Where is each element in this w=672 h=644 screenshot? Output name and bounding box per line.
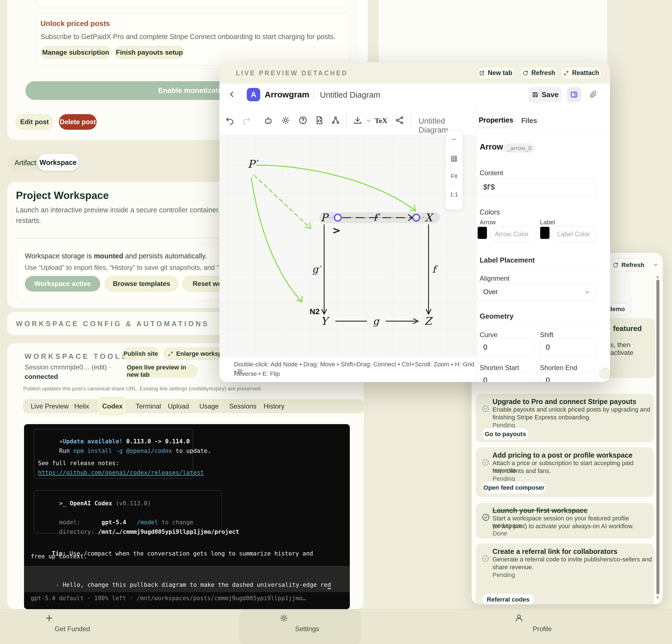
edge-label-g-prime[interactable]: g′ bbox=[312, 264, 323, 275]
tasks-refresh-button[interactable]: Refresh bbox=[609, 258, 648, 271]
save-button[interactable]: Save bbox=[528, 87, 562, 102]
node-n2[interactable]: N2 bbox=[310, 307, 320, 316]
undo-icon[interactable] bbox=[225, 116, 235, 125]
app-root: Unlock priced posts Subscribe to GetPaid… bbox=[0, 0, 672, 644]
edge-label-g[interactable]: g bbox=[373, 316, 380, 327]
grid-toggle-icon[interactable] bbox=[450, 155, 458, 163]
edge-f[interactable] bbox=[426, 224, 431, 314]
robot-icon[interactable] bbox=[264, 116, 273, 125]
share-icon[interactable] bbox=[395, 116, 404, 125]
chevron-down-icon[interactable] bbox=[366, 118, 372, 124]
check-circle-icon bbox=[482, 405, 489, 413]
tip-line-2: free up context. bbox=[31, 553, 87, 560]
edit-post-button[interactable]: Edit post bbox=[16, 114, 53, 130]
notes-url[interactable]: https://github.com/openai/codex/releases… bbox=[38, 469, 204, 476]
zoom-out-button[interactable]: – bbox=[445, 134, 463, 143]
delete-post-button[interactable]: Delete post bbox=[59, 114, 97, 130]
green-dashed-edge-universal[interactable] bbox=[254, 175, 313, 230]
shorten-start-input[interactable] bbox=[477, 371, 534, 382]
directory-label: directory: bbox=[59, 528, 94, 535]
tab-terminal[interactable]: Terminal bbox=[136, 402, 161, 410]
tasks-scroll-down[interactable]: ▼ bbox=[656, 595, 659, 600]
go-to-payouts-button[interactable]: Go to payouts bbox=[482, 428, 529, 440]
referral-codes-button[interactable]: Referral codes bbox=[482, 593, 535, 604]
terminal[interactable]: ✶Update available! 0.113.0 -> 0.114.0 Ru… bbox=[24, 424, 350, 609]
content-input[interactable] bbox=[477, 178, 596, 196]
tab-history[interactable]: History bbox=[264, 402, 285, 410]
alignment-select[interactable]: Over bbox=[477, 283, 597, 301]
tab-codex[interactable]: Codex bbox=[102, 402, 122, 410]
finish-payouts-button[interactable]: Finish payouts setup bbox=[115, 46, 184, 59]
green-edge-pprime-y[interactable] bbox=[251, 178, 304, 304]
node-p-prime[interactable]: P′ bbox=[248, 158, 259, 170]
open-feed-composer-button[interactable]: Open feed composer bbox=[482, 481, 546, 494]
help-icon[interactable] bbox=[298, 116, 308, 125]
tab-live-preview[interactable]: Live Preview bbox=[31, 402, 69, 410]
tab-helix[interactable]: Helix bbox=[74, 402, 89, 410]
tab-artifact[interactable]: Artifact bbox=[14, 159, 36, 167]
modal-refresh-button[interactable]: Refresh bbox=[520, 66, 557, 80]
download-icon[interactable] bbox=[353, 116, 362, 125]
edge-label-f[interactable]: f bbox=[432, 264, 438, 275]
tasks-scrollbar[interactable] bbox=[656, 280, 659, 594]
redo-icon[interactable] bbox=[242, 116, 251, 125]
shift-input[interactable] bbox=[540, 338, 597, 356]
notes-label: See full release notes: bbox=[38, 460, 119, 466]
codex-header: >_ OpenAI Codex (v0.113.0) bbox=[38, 493, 151, 513]
file-code-icon[interactable] bbox=[315, 116, 324, 125]
zoom-fit-button[interactable]: Fit bbox=[445, 173, 463, 179]
edge-handle-start[interactable] bbox=[335, 214, 341, 221]
storage-suffix: and persists automatically. bbox=[123, 252, 207, 260]
tab-usage[interactable]: Usage bbox=[199, 402, 219, 410]
nav-settings[interactable]: Settings bbox=[279, 613, 335, 633]
enlarge-workspace-button[interactable]: Enlarge worksp bbox=[163, 348, 226, 360]
arrow-color-swatch[interactable] bbox=[477, 227, 487, 239]
alignment-label: Alignment bbox=[480, 275, 509, 282]
zoom-100-button[interactable]: 1:1 bbox=[445, 191, 463, 198]
tab-workspace[interactable]: Workspace bbox=[37, 154, 79, 171]
gear-icon[interactable] bbox=[281, 116, 290, 125]
node-z[interactable]: Z bbox=[424, 315, 433, 327]
attachment-icon[interactable] bbox=[589, 90, 598, 99]
nav-profile[interactable]: Profile bbox=[514, 613, 570, 633]
tex-button[interactable]: TeX bbox=[375, 117, 387, 125]
nav-profile-label: Profile bbox=[514, 625, 570, 633]
manage-subscription-button[interactable]: Manage subscription bbox=[40, 46, 111, 59]
storage-bold: mounted bbox=[94, 252, 123, 260]
shorten-end-label: Shorten End bbox=[540, 364, 577, 372]
publish-site-button[interactable]: Publish site bbox=[122, 348, 159, 360]
edge-handle-end[interactable] bbox=[413, 214, 420, 221]
panel-toggle-button[interactable] bbox=[567, 87, 581, 102]
node-y[interactable]: Y bbox=[321, 315, 330, 327]
terminal-input-row[interactable]: › Hello, change this pullback diagram to… bbox=[24, 566, 350, 592]
back-icon[interactable] bbox=[228, 90, 237, 99]
new-tab-button[interactable]: New tab bbox=[477, 66, 514, 80]
label-color-swatch[interactable] bbox=[540, 227, 550, 239]
edge-g-prime[interactable] bbox=[322, 224, 327, 314]
tab-sessions[interactable]: Sessions bbox=[229, 402, 256, 410]
diagram-canvas[interactable]: > P′ P X Y Z f′ g′ f g N2 – bbox=[219, 134, 476, 356]
curve-input[interactable] bbox=[477, 338, 534, 356]
view-switch: Artifact Workspace bbox=[7, 155, 79, 170]
chevron-down-icon[interactable] bbox=[652, 262, 659, 268]
graph-icon[interactable] bbox=[331, 116, 340, 125]
directory-value: /mnt/…/cmmmj9ugd005ypi9llpp1jjmo/project bbox=[98, 528, 239, 535]
label-color-input[interactable] bbox=[553, 226, 597, 242]
tab-files[interactable]: Files bbox=[521, 117, 537, 125]
tasks-scroll-up[interactable]: ▲ bbox=[656, 275, 659, 279]
publish-note: Publish updates this post’s canonical sh… bbox=[23, 386, 262, 392]
browse-templates-button[interactable]: Browse templates bbox=[105, 276, 178, 292]
doc-title[interactable]: Untitled Diagram bbox=[320, 90, 380, 100]
page-scrollbar-track[interactable] bbox=[359, 0, 368, 62]
nav-get-funded[interactable]: Get Funded bbox=[44, 613, 100, 633]
enlarge-label: Enlarge worksp bbox=[176, 350, 222, 357]
tab-properties[interactable]: Properties bbox=[478, 113, 514, 127]
pullback-diagram: > P′ P X Y Z f′ g′ f g N2 bbox=[219, 134, 476, 356]
open-preview-button[interactable]: Open live preview in new tab bbox=[127, 365, 197, 377]
modal-corner-handle[interactable] bbox=[599, 368, 610, 379]
green-edge-pprime-x[interactable] bbox=[256, 165, 418, 213]
tab-upload[interactable]: Upload bbox=[168, 402, 189, 410]
shorten-end-input[interactable] bbox=[540, 371, 597, 382]
reattach-button[interactable]: Reattach bbox=[561, 66, 602, 80]
arrow-color-input[interactable] bbox=[491, 226, 535, 242]
